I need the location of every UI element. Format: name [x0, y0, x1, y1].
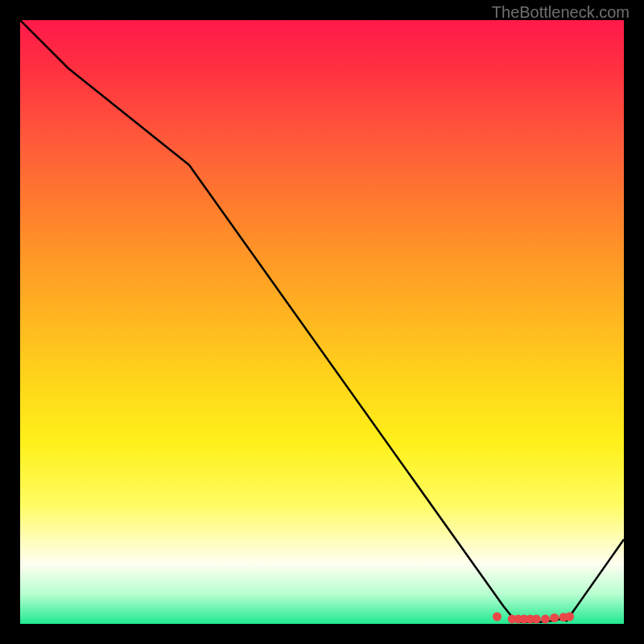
- data-marker: [493, 613, 502, 621]
- plot-area: [20, 20, 624, 624]
- data-markers: [493, 613, 574, 624]
- data-curve: [20, 20, 624, 622]
- watermark-text: TheBottleneck.com: [492, 3, 630, 22]
- data-marker: [565, 613, 574, 621]
- chart-svg: [20, 20, 624, 624]
- data-marker: [532, 615, 541, 624]
- data-marker: [550, 613, 559, 622]
- data-marker: [541, 615, 550, 624]
